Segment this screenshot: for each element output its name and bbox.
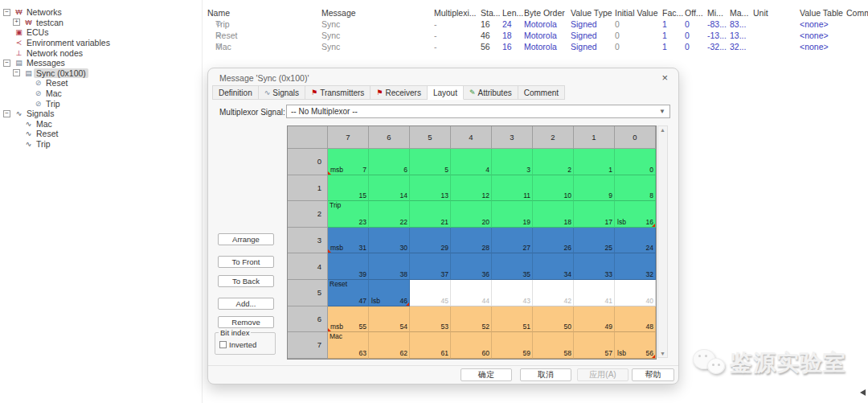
bit-cell-49[interactable]: 49: [574, 306, 615, 333]
bit-cell-55[interactable]: msb55: [328, 306, 369, 333]
tab-definition[interactable]: Definition: [212, 85, 259, 100]
column-header-sta[interactable]: Sta...: [481, 8, 501, 18]
collapse-icon[interactable]: −: [13, 69, 20, 76]
bit-cell-54[interactable]: 54: [369, 306, 410, 333]
to-back-button[interactable]: To Back: [218, 275, 274, 287]
bit-cell-38[interactable]: 38: [369, 253, 410, 280]
tab-comment[interactable]: Comment: [518, 85, 565, 100]
tab-attributes[interactable]: ✎Attributes: [464, 85, 518, 100]
bit-cell-26[interactable]: 26: [533, 228, 574, 254]
tree-item-signals[interactable]: −∿Signals: [0, 109, 201, 119]
tab-transmitters[interactable]: ⚑Transmitters: [305, 85, 371, 100]
multiplexor-select[interactable]: -- No Multiplexor -- ▼: [286, 105, 670, 118]
bit-cell-10[interactable]: 10: [533, 175, 574, 202]
bit-cell-50[interactable]: 50: [533, 306, 574, 333]
bit-cell-14[interactable]: 14: [369, 175, 410, 202]
tree-item-reset[interactable]: ∿Reset: [0, 129, 201, 139]
collapse-icon[interactable]: −: [3, 9, 10, 16]
bit-cell-57[interactable]: 57: [574, 332, 615, 359]
tree-item-ecus[interactable]: ▣ECUs: [0, 27, 201, 38]
to-front-button[interactable]: To Front: [218, 256, 274, 268]
bit-cell-22[interactable]: 22: [369, 201, 410, 228]
bit-cell-3[interactable]: 3: [492, 149, 533, 175]
bit-cell-6[interactable]: 6: [369, 149, 410, 175]
bit-cell-28[interactable]: 28: [451, 228, 492, 254]
bit-cell-36[interactable]: 36: [451, 253, 492, 280]
collapse-icon[interactable]: −: [3, 60, 10, 67]
bit-cell-0[interactable]: 0: [615, 149, 656, 175]
bit-cell-39[interactable]: 39: [328, 253, 369, 280]
bit-cell-42[interactable]: 42: [533, 280, 574, 306]
bit-cell-11[interactable]: 11: [492, 175, 533, 202]
bit-cell-21[interactable]: 21: [410, 201, 451, 228]
bit-cell-15[interactable]: 15: [328, 175, 369, 202]
tab-layout[interactable]: Layout: [428, 85, 464, 100]
table-row[interactable]: ⊘ TripSync-1624MotorolaSigned010-83...83…: [205, 19, 868, 31]
bit-cell-25[interactable]: 25: [574, 228, 615, 254]
column-header-initial-value[interactable]: Initial Value: [615, 8, 658, 18]
bit-cell-45[interactable]: 45: [410, 280, 451, 306]
table-row[interactable]: ⊘ MacSync-5616MotorolaSigned010-32...32.…: [205, 42, 868, 53]
tree-item-trip[interactable]: ∿Trip: [0, 139, 201, 150]
column-header-value-table[interactable]: Value Table: [800, 8, 843, 18]
bit-cell-37[interactable]: 37: [410, 253, 451, 280]
tab-signals[interactable]: ∿Signals: [259, 85, 305, 100]
bit-cell-33[interactable]: 33: [574, 253, 615, 280]
tree-item-mac[interactable]: ∿Mac: [0, 119, 201, 130]
column-header-unit[interactable]: Unit: [753, 8, 768, 18]
bit-cell-12[interactable]: 12: [451, 175, 492, 202]
scroll-down-icon[interactable]: ▼: [658, 351, 667, 356]
bit-cell-63[interactable]: Mac63: [328, 332, 369, 359]
bit-cell-32[interactable]: 32: [615, 253, 656, 280]
bit-cell-19[interactable]: 19: [492, 201, 533, 228]
dialog-button-0[interactable]: 确定: [461, 368, 512, 381]
bit-cell-44[interactable]: 44: [451, 280, 492, 306]
bit-cell-7[interactable]: msb7: [328, 149, 369, 175]
bit-cell-58[interactable]: 58: [533, 332, 574, 359]
bit-cell-47[interactable]: Reset47: [328, 280, 369, 306]
tree-item-testcan[interactable]: +₩testcan: [0, 18, 201, 28]
bit-cell-30[interactable]: 30: [369, 228, 410, 254]
bit-cell-46[interactable]: lsb46: [369, 280, 410, 306]
bit-cell-2[interactable]: 2: [533, 149, 574, 175]
bit-cell-59[interactable]: 59: [492, 332, 533, 359]
tree-item-network-nodes[interactable]: ⊥Network nodes: [0, 47, 201, 58]
add-button[interactable]: Add...: [218, 298, 274, 310]
column-header-name[interactable]: Name: [207, 8, 230, 18]
bit-cell-61[interactable]: 61: [410, 332, 451, 359]
tree-item-networks[interactable]: −₩Networks: [0, 7, 201, 18]
bit-cell-35[interactable]: 35: [492, 253, 533, 280]
bit-cell-41[interactable]: 41: [574, 280, 615, 306]
tree-item-reset[interactable]: ⊘Reset: [0, 78, 201, 88]
bit-cell-23[interactable]: Trip23: [328, 201, 369, 228]
remove-button[interactable]: Remove: [218, 316, 274, 328]
bit-cell-62[interactable]: 62: [369, 332, 410, 359]
bit-cell-18[interactable]: 18: [533, 201, 574, 228]
bit-cell-27[interactable]: 27: [492, 228, 533, 254]
bit-cell-48[interactable]: 48: [615, 306, 656, 333]
bit-cell-60[interactable]: 60: [451, 332, 492, 359]
bit-cell-4[interactable]: 4: [451, 149, 492, 175]
column-header-off[interactable]: Off...: [685, 8, 703, 18]
column-header-ma[interactable]: Ma...: [730, 8, 748, 18]
bit-cell-1[interactable]: 1: [574, 149, 615, 175]
close-icon[interactable]: ×: [661, 72, 668, 84]
dialog-button-3[interactable]: 帮助: [632, 368, 674, 381]
bit-cell-17[interactable]: 17: [574, 201, 615, 228]
bit-cell-56[interactable]: lsb56: [615, 332, 656, 359]
bit-cell-52[interactable]: 52: [451, 306, 492, 333]
bit-cell-24[interactable]: 24: [615, 228, 656, 254]
bit-cell-20[interactable]: 20: [451, 201, 492, 228]
bit-cell-5[interactable]: 5: [410, 149, 451, 175]
scroll-up-icon[interactable]: ▲: [658, 127, 667, 133]
bit-cell-8[interactable]: 8: [615, 175, 656, 202]
column-header-len[interactable]: Len...: [502, 8, 523, 18]
expand-icon[interactable]: +: [13, 19, 20, 26]
inverted-checkbox[interactable]: [219, 341, 227, 348]
tree-item-environment-variables[interactable]: ≺Environment variables: [0, 38, 201, 48]
bit-cell-43[interactable]: 43: [492, 280, 533, 306]
column-header-mi[interactable]: Mi...: [707, 8, 723, 18]
bit-cell-31[interactable]: msb31: [328, 228, 369, 254]
tree-item-trip[interactable]: ⊘Trip: [0, 98, 201, 109]
table-row[interactable]: ⊘ ResetSync-4618MotorolaSigned010-13...1…: [205, 31, 868, 42]
